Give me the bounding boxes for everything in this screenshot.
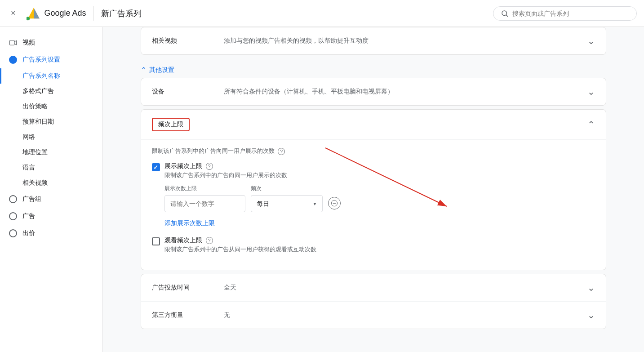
ad-schedule-label: 广告投放时间	[152, 284, 224, 292]
checkbox-check-icon: ✓	[153, 164, 158, 171]
sidebar-item-ad-group-label: 广告组	[22, 195, 41, 203]
impression-count-input[interactable]	[164, 195, 245, 212]
device-chevron-icon[interactable]: ⌄	[587, 86, 595, 97]
sidebar-sub-item-budget-date[interactable]: 预算和日期	[0, 114, 102, 129]
third-party-chevron-icon[interactable]: ⌄	[587, 310, 595, 321]
frequency-cap-title: 频次上限	[158, 120, 183, 128]
sidebar-sub-item-campaign-name[interactable]: 广告系列名称	[0, 68, 102, 84]
sidebar-sub-item-network[interactable]: 网络	[0, 129, 102, 145]
sidebar-item-ad[interactable]: 广告	[0, 208, 102, 225]
search-input[interactable]	[512, 10, 629, 17]
sidebar-sub-item-bidding[interactable]: 出价策略	[0, 99, 102, 114]
frequency-description-help-icon[interactable]: ?	[278, 148, 285, 155]
sidebar-item-video[interactable]: 视频	[0, 34, 102, 51]
other-settings-label: 其他设置	[149, 66, 174, 74]
frequency-cap-card: 频次上限 ⌃ 限制该广告系列中的广告向同一用户展示的次数 ? ✓	[141, 109, 606, 270]
device-row[interactable]: 设备 所有符合条件的设备（计算机、手机、平板电脑和电视屏幕） ⌄	[141, 78, 606, 105]
impression-cap-label: 展示频次上限	[164, 162, 202, 170]
frequency-cap-description: 限制该广告系列中的广告向同一用户展示的次数 ?	[152, 147, 595, 155]
impression-cap-sublabel: 限制该广告系列中的广告向同一用户展示的次数	[164, 171, 287, 179]
ad-schedule-row[interactable]: 广告投放时间 全天 ⌄	[141, 274, 606, 302]
frequency-period-select-wrapper: 每日 每周 每月	[251, 195, 323, 212]
impression-cap-help-icon[interactable]: ?	[206, 163, 213, 170]
bid-circle-icon	[9, 229, 17, 237]
ad-schedule-value: 全天	[224, 284, 587, 292]
sidebar-item-ad-group[interactable]: 广告组	[0, 191, 102, 208]
svg-marker-1	[34, 8, 40, 18]
ad-group-circle-icon	[9, 195, 17, 203]
ad-circle-icon	[9, 212, 17, 220]
svg-rect-5	[10, 40, 15, 45]
sidebar-item-campaign-settings-label: 广告系列设置	[22, 56, 60, 64]
related-videos-row[interactable]: 相关视频 添加与您的视频广告相关的视频，以帮助提升互动度 ⌄	[141, 27, 606, 54]
sidebar-sub-item-related-video[interactable]: 相关视频	[0, 175, 102, 191]
related-videos-label: 相关视频	[152, 37, 224, 45]
ad-schedule-chevron-icon[interactable]: ⌄	[587, 282, 595, 293]
main-layout: 视频 广告系列设置 广告系列名称 多格式广告 出价策略 预算和日期 网络 地理位…	[0, 27, 644, 352]
impression-count-label: 展示次数上限	[164, 185, 245, 192]
impression-cap-label-group: 展示频次上限 ? 限制该广告系列中的广告向同一用户展示的次数	[164, 162, 287, 179]
svg-line-4	[506, 15, 507, 16]
related-videos-card: 相关视频 添加与您的视频广告相关的视频，以帮助提升互动度 ⌄	[141, 27, 606, 55]
impression-count-group: 展示次数上限	[164, 185, 245, 212]
google-ads-logo-icon	[27, 6, 41, 21]
frequency-cap-body: 限制该广告系列中的广告向同一用户展示的次数 ? ✓ 展示频次上限 ?	[141, 140, 606, 270]
third-party-label: 第三方衡量	[152, 311, 224, 319]
third-party-row[interactable]: 第三方衡量 无 ⌄	[141, 302, 606, 329]
view-cap-label: 观看频次上限	[164, 236, 202, 245]
frequency-cap-header[interactable]: 频次上限 ⌃	[141, 110, 606, 140]
sidebar-sub-item-location[interactable]: 地理位置	[0, 145, 102, 160]
other-settings-chevron-icon: ⌃	[141, 66, 147, 74]
frequency-period-select[interactable]: 每日 每周 每月	[251, 195, 323, 212]
related-videos-value: 添加与您的视频广告相关的视频，以帮助提升互动度	[224, 37, 587, 45]
frequency-period-group: 频次 每日 每周 每月	[251, 185, 323, 212]
frequency-cap-chevron-up-icon[interactable]: ⌃	[587, 119, 595, 130]
remove-impression-cap-button[interactable]	[328, 197, 341, 209]
view-cap-checkbox[interactable]	[152, 237, 160, 245]
view-cap-help-icon[interactable]: ?	[206, 237, 213, 244]
app-logo: Google Ads	[27, 6, 86, 21]
remove-icon	[331, 200, 338, 207]
impression-input-row: 展示次数上限 频次 每日 每周 每月	[164, 185, 595, 212]
sidebar: 视频 广告系列设置 广告系列名称 多格式广告 出价策略 预算和日期 网络 地理位…	[0, 27, 102, 352]
device-label: 设备	[152, 88, 224, 96]
impression-cap-checkbox[interactable]: ✓	[152, 163, 160, 171]
app-name: Google Ads	[44, 9, 86, 18]
view-cap-label-group: 观看频次上限 ? 限制该广告系列中的广告从同一用户获得的观看或互动次数	[164, 236, 316, 254]
campaign-settings-circle-icon	[9, 56, 17, 64]
view-cap-checkbox-row: 观看频次上限 ? 限制该广告系列中的广告从同一用户获得的观看或互动次数	[152, 236, 595, 254]
frequency-cap-title-box: 频次上限	[152, 118, 190, 131]
other-settings-header[interactable]: ⌃ 其他设置	[141, 58, 606, 78]
video-icon	[9, 39, 17, 47]
search-icon	[501, 9, 509, 18]
sidebar-item-campaign-settings[interactable]: 广告系列设置	[0, 51, 102, 68]
close-button[interactable]: ×	[7, 7, 19, 20]
impression-cap-checkbox-row: ✓ 展示频次上限 ? 限制该广告系列中的广告向同一用户展示的次数	[152, 162, 595, 179]
device-card: 设备 所有符合条件的设备（计算机、手机、平板电脑和电视屏幕） ⌄	[141, 78, 606, 106]
ad-schedule-card: 广告投放时间 全天 ⌄ 第三方衡量 无 ⌄	[141, 274, 606, 329]
sidebar-item-video-label: 视频	[22, 39, 35, 47]
frequency-period-label: 频次	[251, 185, 323, 192]
page-title: 新广告系列	[101, 8, 142, 19]
view-cap-sublabel: 限制该广告系列中的广告从同一用户获得的观看或互动次数	[164, 245, 316, 254]
third-party-value: 无	[224, 311, 587, 319]
sidebar-item-bid[interactable]: 出价	[0, 225, 102, 242]
topbar: × Google Ads 新广告系列	[0, 0, 644, 27]
search-box[interactable]	[493, 6, 637, 21]
content-area: 相关视频 添加与您的视频广告相关的视频，以帮助提升互动度 ⌄ ⌃ 其他设置 设备…	[102, 27, 644, 352]
sidebar-item-ad-label: 广告	[22, 212, 35, 220]
related-videos-chevron-icon[interactable]: ⌄	[587, 36, 595, 46]
sidebar-sub-item-language[interactable]: 语言	[0, 160, 102, 175]
sidebar-item-bid-label: 出价	[22, 229, 35, 237]
sidebar-sub-item-multiformat[interactable]: 多格式广告	[0, 84, 102, 99]
add-impression-limit-link[interactable]: 添加展示次数上限	[164, 219, 215, 227]
device-value: 所有符合条件的设备（计算机、手机、平板电脑和电视屏幕）	[224, 88, 587, 96]
topbar-divider	[93, 6, 94, 21]
